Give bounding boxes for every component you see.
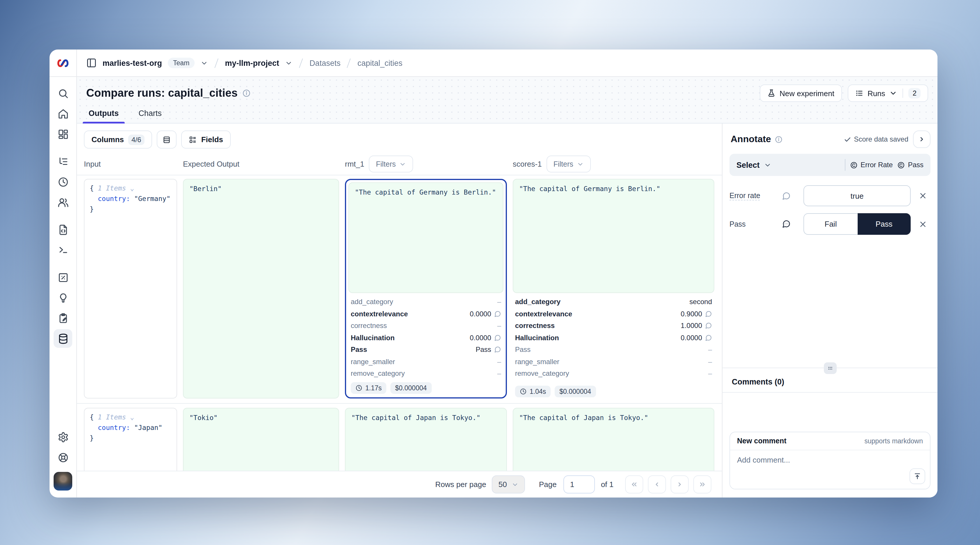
clear-score-button[interactable] bbox=[915, 220, 931, 228]
comment-bubble-icon[interactable] bbox=[494, 310, 501, 318]
page-number-input[interactable] bbox=[564, 475, 595, 493]
flask-icon bbox=[767, 89, 775, 97]
sidebar-toggle-icon[interactable] bbox=[86, 58, 97, 68]
collapse-chevron-icon[interactable]: ⌄ bbox=[126, 184, 134, 192]
first-page-button[interactable] bbox=[625, 475, 643, 493]
dashboard-icon[interactable] bbox=[54, 125, 72, 143]
fail-option-button[interactable]: Fail bbox=[803, 213, 858, 235]
grip-dots-icon bbox=[826, 365, 834, 372]
drag-handle[interactable] bbox=[824, 362, 836, 374]
selected-cell: "The capital of Germany is Berlin." add_… bbox=[345, 179, 507, 399]
breadcrumb-dataset-name[interactable]: capital_cities bbox=[358, 59, 402, 67]
chevrons-right-icon bbox=[698, 481, 706, 488]
new-experiment-button[interactable]: New experiment bbox=[760, 84, 842, 102]
tracing-icon[interactable] bbox=[54, 152, 72, 171]
rows-icon bbox=[163, 135, 171, 144]
breadcrumb-project[interactable]: my-llm-project bbox=[225, 59, 279, 67]
layout-list-icon bbox=[189, 135, 197, 144]
datasets-icon[interactable] bbox=[54, 329, 72, 348]
cost-badge: $0.000004 bbox=[390, 382, 431, 394]
breadcrumb-separator bbox=[299, 58, 303, 68]
sessions-icon[interactable] bbox=[54, 172, 72, 191]
columns-count-badge: 4/6 bbox=[128, 134, 145, 145]
expected-output-cell[interactable]: "Tokio" bbox=[183, 408, 339, 471]
pass-option-button[interactable]: Pass bbox=[858, 213, 911, 235]
run2-cell[interactable]: "The capital of Germany is Berlin." add_… bbox=[513, 179, 714, 399]
close-icon bbox=[919, 192, 927, 200]
app-window: marlies-test-org Team my-llm-project Dat… bbox=[49, 49, 937, 497]
table-row: { 1 Items ⌄ country: "Japan" } "Tokio" "… bbox=[77, 404, 722, 471]
config-chip-error-rate[interactable]: Error Rate bbox=[850, 161, 893, 169]
user-avatar[interactable] bbox=[54, 472, 72, 491]
breadcrumb: marlies-test-org Team my-llm-project Dat… bbox=[77, 49, 937, 77]
comment-bubble-icon[interactable] bbox=[494, 334, 501, 342]
settings-gear-icon[interactable] bbox=[54, 427, 72, 446]
comment-bubble-icon[interactable] bbox=[494, 346, 501, 353]
breadcrumb-separator bbox=[347, 58, 351, 68]
org-plan-badge: Team bbox=[168, 58, 195, 68]
next-page-button[interactable] bbox=[671, 475, 689, 493]
info-icon[interactable] bbox=[242, 89, 251, 97]
annotation-icon[interactable] bbox=[54, 309, 72, 327]
score-row-pass: Pass Fail Pass bbox=[722, 210, 937, 238]
run2-cell[interactable]: "The capital of Japan is Tokyo." bbox=[513, 408, 714, 471]
score-config-bar: Select Error Rate Pass bbox=[729, 154, 931, 176]
last-page-button[interactable] bbox=[693, 475, 711, 493]
check-icon bbox=[843, 135, 851, 143]
rows-per-page-select[interactable]: 50 bbox=[492, 475, 525, 493]
score-label[interactable]: Pass bbox=[729, 220, 777, 228]
app-logo[interactable] bbox=[49, 49, 76, 77]
collapse-chevron-icon[interactable]: ⌄ bbox=[126, 413, 134, 421]
columns-button[interactable]: Columns 4/6 bbox=[84, 130, 152, 149]
tab-outputs[interactable]: Outputs bbox=[86, 109, 121, 123]
collapse-panel-button[interactable] bbox=[913, 130, 931, 148]
breadcrumb-org[interactable]: marlies-test-org bbox=[103, 59, 162, 67]
home-icon[interactable] bbox=[54, 104, 72, 123]
runs-button[interactable]: Runs 2 bbox=[848, 84, 928, 102]
row-height-button[interactable] bbox=[157, 130, 177, 149]
suggestions-icon[interactable] bbox=[54, 288, 72, 307]
run-metrics: 1.04s $0.000004 bbox=[513, 383, 714, 399]
score-list: add_categorysecond contextrelevance0.900… bbox=[513, 293, 714, 383]
submit-comment-button[interactable] bbox=[910, 469, 925, 484]
config-chip-pass[interactable]: Pass bbox=[897, 161, 923, 169]
info-icon[interactable] bbox=[775, 135, 783, 143]
users-icon[interactable] bbox=[54, 193, 72, 211]
annotate-panel: Annotate Score data saved bbox=[722, 124, 937, 497]
prev-page-button[interactable] bbox=[648, 475, 666, 493]
clock-icon bbox=[520, 388, 527, 395]
error-rate-value-input[interactable]: true bbox=[803, 185, 911, 206]
breadcrumb-datasets[interactable]: Datasets bbox=[309, 59, 340, 67]
comment-input[interactable] bbox=[730, 450, 930, 489]
input-cell[interactable]: { 1 Items ⌄ country: "Japan" } bbox=[84, 408, 177, 471]
input-cell[interactable]: { 1 Items ⌄ country: "Germany" } bbox=[84, 179, 177, 399]
tab-charts[interactable]: Charts bbox=[136, 109, 164, 123]
run1-output: "The capital of Germany is Berlin." bbox=[348, 182, 503, 293]
comment-bubble-dots-icon[interactable] bbox=[782, 219, 791, 228]
latency-badge: 1.04s bbox=[515, 386, 550, 397]
score-config-select[interactable]: Select bbox=[737, 160, 772, 169]
playground-icon[interactable] bbox=[54, 241, 72, 259]
evaluation-icon[interactable] bbox=[54, 268, 72, 287]
list-icon bbox=[855, 89, 864, 97]
filters-button-run1[interactable]: Filters bbox=[369, 156, 413, 172]
fields-button[interactable]: Fields bbox=[181, 130, 231, 149]
prompts-icon[interactable] bbox=[54, 220, 72, 239]
comment-bubble-icon[interactable] bbox=[705, 323, 712, 329]
support-icon[interactable] bbox=[54, 448, 72, 467]
chevron-down-icon bbox=[889, 89, 897, 97]
chevron-down-icon[interactable] bbox=[285, 59, 293, 67]
comment-bubble-icon[interactable] bbox=[705, 310, 712, 318]
comment-bubble-icon[interactable] bbox=[705, 334, 712, 342]
chevron-down-icon[interactable] bbox=[200, 59, 208, 67]
markdown-hint: supports markdown bbox=[864, 437, 923, 445]
run1-cell[interactable]: "The capital of Japan is Tokyo." bbox=[345, 408, 507, 471]
run1-cell[interactable]: "The capital of Germany is Berlin." add_… bbox=[345, 179, 507, 399]
expected-output-cell[interactable]: "Berlin" bbox=[183, 179, 339, 399]
pass-fail-segmented-control: Fail Pass bbox=[803, 213, 911, 235]
search-icon[interactable] bbox=[54, 84, 72, 103]
comment-bubble-icon[interactable] bbox=[782, 191, 791, 200]
score-label[interactable]: Error rate bbox=[729, 192, 777, 200]
filters-button-run2[interactable]: Filters bbox=[547, 156, 591, 172]
clear-score-button[interactable] bbox=[915, 192, 931, 200]
